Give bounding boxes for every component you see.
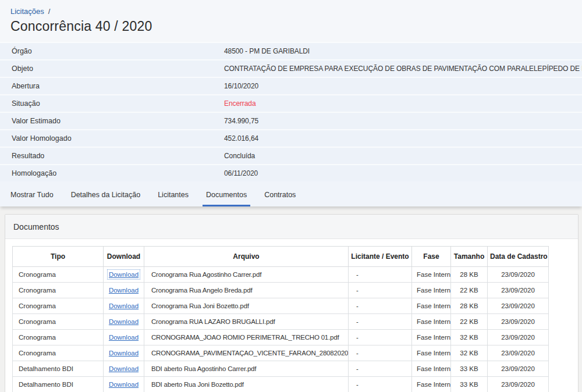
documents-table: TipoDownloadArquivoLicitante / EventoFas… [12, 246, 549, 392]
table-row: CronogramaDownloadCRONOGRAMA_JOAO ROMIO … [13, 330, 549, 345]
document-filename-cell: CRONOGRAMA_PAVIMENTAÇAO_VICENTE_FARAON_2… [144, 345, 349, 361]
detail-label: Homologação [0, 169, 224, 177]
documents-card: Documentos TipoDownloadArquivoLicitante … [5, 214, 579, 392]
table-row: CronogramaDownloadCronograma Rua Agostin… [13, 267, 549, 283]
tab-licitantes[interactable]: Licitantes [154, 184, 192, 206]
download-link[interactable]: Download [109, 302, 139, 309]
detail-label: Valor Homologado [0, 134, 224, 142]
detail-row-homologacao: Homologação06/11/2020 [0, 164, 582, 181]
download-cell: Download [104, 361, 144, 377]
document-type-cell: Detalhamento BDI [13, 361, 104, 377]
column-header-data-de-cadastro: Data de Cadastro [488, 247, 549, 267]
doc-table-body: CronogramaDownloadCronograma Rua Agostin… [13, 267, 549, 392]
detail-row-orgao: Órgão48500 - PM DE GARIBALDI [0, 42, 582, 59]
download-link[interactable]: Download [109, 271, 139, 278]
table-row: CronogramaDownloadCRONOGRAMA_PAVIMENTAÇA… [13, 345, 549, 361]
documents-card-title: Documentos [13, 222, 59, 231]
download-link[interactable]: Download [109, 334, 139, 341]
table-row: Detalhamento BDIDownloadBDI aberto Rua J… [13, 377, 549, 392]
download-link[interactable]: Download [109, 318, 139, 325]
detail-label: Valor Estimado [0, 117, 224, 125]
document-filename-cell: CRONOGRAMA_JOAO ROMIO PERIMETRAL_TRECHO … [144, 330, 349, 345]
register-date-cell: 23/09/2020 [488, 314, 549, 330]
detail-value: 06/11/2020 [224, 169, 582, 177]
page-title: Concorrência 40 / 2020 [10, 19, 582, 34]
document-type-cell: Cronograma [13, 345, 104, 361]
documents-card-header: Documentos [5, 215, 578, 239]
document-type-cell: Cronograma [13, 330, 104, 345]
detail-row-valor-estimado: Valor Estimado734.990,75 [0, 112, 582, 129]
download-link[interactable]: Download [109, 381, 139, 388]
breadcrumb: Licitações/ [10, 7, 582, 16]
doc-table-header-row: TipoDownloadArquivoLicitante / EventoFas… [13, 247, 549, 267]
file-size-cell: 28 KB [451, 298, 488, 314]
detail-label: Objeto [0, 65, 224, 73]
fase-cell: Fase Interna [412, 267, 451, 283]
licitante-evento-cell: - [349, 345, 412, 361]
document-type-cell: Cronograma [13, 314, 104, 330]
table-row: Detalhamento BDIDownloadBDI aberto Rua A… [13, 361, 549, 377]
fase-cell: Fase Interna [412, 314, 451, 330]
detail-label: Resultado [0, 152, 224, 160]
fase-cell: Fase Interna [412, 361, 451, 377]
document-filename-cell: Cronograma Rua Angelo Breda.pdf [144, 283, 349, 298]
download-cell: Download [104, 267, 144, 283]
page-body: Documentos TipoDownloadArquivoLicitante … [0, 206, 582, 392]
download-link[interactable]: Download [109, 287, 139, 294]
register-date-cell: 23/09/2020 [488, 377, 549, 392]
tab-detalhes-da-licitacao[interactable]: Detalhes da Licitação [68, 184, 144, 206]
file-size-cell: 32 KB [451, 345, 488, 361]
detail-value: 16/10/2020 [224, 82, 582, 90]
column-header-tamanho: Tamanho [451, 247, 488, 267]
register-date-cell: 23/09/2020 [488, 283, 549, 298]
licitante-evento-cell: - [349, 283, 412, 298]
detail-row-objeto: ObjetoCONTRATAÇÃO DE EMPRESA PARA EXECUÇ… [0, 59, 582, 77]
detail-label: Situação [0, 99, 224, 108]
download-cell: Download [104, 283, 144, 298]
detail-value: 452.016,64 [224, 134, 582, 142]
fase-cell: Fase Interna [412, 345, 451, 361]
table-row: CronogramaDownloadCronograma Rua Angelo … [13, 283, 549, 298]
column-header-tipo: Tipo [13, 247, 104, 267]
detail-row-situacao: SituaçãoEncerrada [0, 94, 582, 112]
detail-row-valor-homologado: Valor Homologado452.016,64 [0, 129, 582, 147]
download-cell: Download [104, 377, 144, 392]
document-filename-cell: Cronograma Rua Agostinho Carrer.pdf [144, 267, 349, 283]
download-link[interactable]: Download [109, 365, 139, 372]
register-date-cell: 23/09/2020 [488, 298, 549, 314]
column-header-fase: Fase [412, 247, 451, 267]
detail-value: 734.990,75 [224, 117, 582, 125]
table-row: CronogramaDownloadCronograma RUA LAZARO … [13, 314, 549, 330]
tab-documentos[interactable]: Documentos [203, 184, 250, 206]
licitante-evento-cell: - [349, 267, 412, 283]
detail-rows: Órgão48500 - PM DE GARIBALDIObjetoCONTRA… [0, 42, 582, 181]
tab-bar: Mostrar TudoDetalhes da LicitaçãoLicitan… [0, 181, 582, 206]
file-size-cell: 22 KB [451, 314, 488, 330]
file-size-cell: 33 KB [451, 377, 488, 392]
licitante-evento-cell: - [349, 361, 412, 377]
detail-value: CONTRATAÇÃO DE EMPRESA PARA EXECUÇÃO DE … [224, 65, 582, 73]
document-type-cell: Cronograma [13, 283, 104, 298]
table-row: CronogramaDownloadCronograma Rua Joni Bo… [13, 298, 549, 314]
tab-contratos[interactable]: Contratos [261, 184, 299, 206]
document-filename-cell: BDI aberto Rua Joni Bozetto.pdf [144, 377, 349, 392]
file-size-cell: 28 KB [451, 267, 488, 283]
page-header: Licitações/ Concorrência 40 / 2020 [0, 0, 582, 42]
fase-cell: Fase Interna [412, 377, 451, 392]
download-cell: Download [104, 330, 144, 345]
file-size-cell: 32 KB [451, 330, 488, 345]
download-cell: Download [104, 298, 144, 314]
detail-value: 48500 - PM DE GARIBALDI [224, 47, 582, 55]
download-link[interactable]: Download [109, 350, 139, 357]
register-date-cell: 23/09/2020 [488, 267, 549, 283]
breadcrumb-separator: / [48, 7, 51, 16]
fase-cell: Fase Interna [412, 330, 451, 345]
detail-row-abertura: Abertura16/10/2020 [0, 77, 582, 94]
file-size-cell: 22 KB [451, 283, 488, 298]
detail-label: Abertura [0, 82, 224, 90]
tab-mostrar-tudo[interactable]: Mostrar Tudo [7, 184, 57, 206]
column-header-download: Download [104, 247, 144, 267]
detail-value: Encerrada [224, 99, 582, 108]
detail-value: Concluída [224, 152, 582, 160]
breadcrumb-link-licitacoes[interactable]: Licitações [10, 7, 44, 16]
